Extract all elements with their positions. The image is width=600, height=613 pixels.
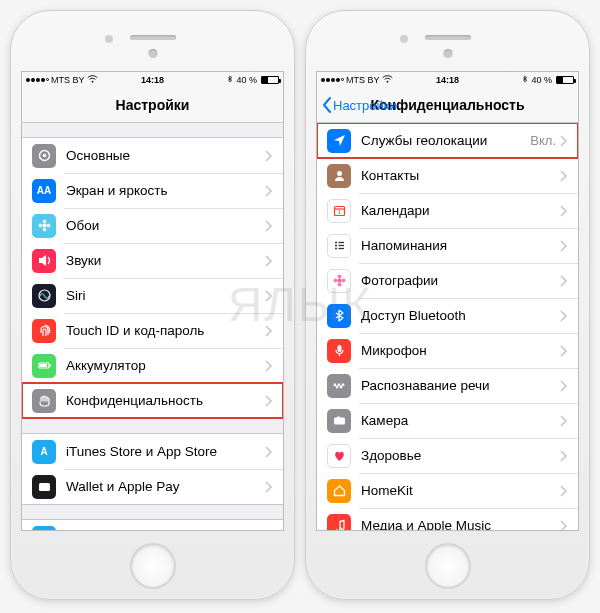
row-media[interactable]: Медиа и Apple Music xyxy=(317,508,578,530)
phone-right: MTS BY 14:18 40 % Настройки Конфиденциал… xyxy=(305,10,590,600)
clock: 14:18 xyxy=(141,75,164,85)
row-siri[interactable]: Siri xyxy=(22,278,283,313)
chevron-right-icon xyxy=(560,415,568,427)
chevron-right-icon xyxy=(265,481,273,493)
row-privacy[interactable]: Конфиденциальность xyxy=(22,383,283,418)
settings-list[interactable]: ОсновныеAAЭкран и яркостьОбоиЗвукиSiriTo… xyxy=(22,123,283,530)
front-camera xyxy=(443,49,452,58)
chevron-right-icon xyxy=(560,275,568,287)
row-health[interactable]: Здоровье xyxy=(317,438,578,473)
row-label: Доступ Bluetooth xyxy=(361,308,560,323)
row-label: Фотографии xyxy=(361,273,560,288)
wave-icon xyxy=(327,374,351,398)
clock: 14:18 xyxy=(436,75,459,85)
battery-pct: 40 % xyxy=(236,75,257,85)
A-icon: A xyxy=(32,440,56,464)
earpiece-speaker xyxy=(130,35,176,40)
row-homekit[interactable]: HomeKit xyxy=(317,473,578,508)
navbar: Настройки xyxy=(22,88,283,123)
AA-icon: AA xyxy=(32,179,56,203)
row-photos[interactable]: Фотографии xyxy=(317,263,578,298)
row-label: Звуки xyxy=(66,253,265,268)
chevron-right-icon xyxy=(560,450,568,462)
cam-icon xyxy=(327,409,351,433)
batt-icon xyxy=(32,354,56,378)
chevron-right-icon xyxy=(265,220,273,232)
screen-settings: MTS BY 14:18 40 % Настройки ОсновныеAAЭк… xyxy=(21,71,284,531)
back-button[interactable]: Настройки xyxy=(321,88,397,122)
wifi-icon xyxy=(382,74,393,87)
row-speech[interactable]: Распознавание речи xyxy=(317,368,578,403)
row-label: Конфиденциальность xyxy=(66,393,265,408)
row-label: Экран и яркость xyxy=(66,183,265,198)
row-label: Распознавание речи xyxy=(361,378,560,393)
row-label: Напоминания xyxy=(361,238,560,253)
row-label: Календари xyxy=(361,203,560,218)
chevron-right-icon xyxy=(560,520,568,531)
flower-icon xyxy=(32,214,56,238)
wifi-icon xyxy=(87,74,98,87)
carrier-label: MTS BY xyxy=(51,75,85,85)
siri-icon xyxy=(32,284,56,308)
chevron-right-icon xyxy=(560,485,568,497)
home-button[interactable] xyxy=(425,543,471,589)
speaker-icon xyxy=(32,249,56,273)
row-label: Обои xyxy=(66,218,265,233)
row-label: Службы геолокации xyxy=(361,133,530,148)
chevron-right-icon xyxy=(560,345,568,357)
chevron-right-icon xyxy=(265,325,273,337)
row-contacts[interactable]: Контакты xyxy=(317,158,578,193)
row-label: Аккумулятор xyxy=(66,358,265,373)
row-bluetooth[interactable]: Доступ Bluetooth xyxy=(317,298,578,333)
gear-icon xyxy=(32,144,56,168)
finger-icon xyxy=(32,319,56,343)
row-label: Touch ID и код-пароль xyxy=(66,323,265,338)
status-bar: MTS BY 14:18 40 % xyxy=(317,72,578,88)
row-battery[interactable]: Аккумулятор xyxy=(22,348,283,383)
row-label: Камера xyxy=(361,413,560,428)
screen-privacy: MTS BY 14:18 40 % Настройки Конфиденциал… xyxy=(316,71,579,531)
row-location[interactable]: Службы геолокацииВкл. xyxy=(317,123,578,158)
battery-icon xyxy=(556,76,574,84)
earpiece-speaker xyxy=(425,35,471,40)
row-label: Siri xyxy=(66,288,265,303)
proximity-sensor xyxy=(105,35,113,43)
battery-icon xyxy=(261,76,279,84)
row-general[interactable]: Основные xyxy=(22,138,283,173)
row-mail[interactable]: Почта xyxy=(22,520,283,530)
chevron-right-icon xyxy=(560,135,568,147)
row-camera[interactable]: Камера xyxy=(317,403,578,438)
proximity-sensor xyxy=(400,35,408,43)
row-display[interactable]: AAЭкран и яркость xyxy=(22,173,283,208)
status-bar: MTS BY 14:18 40 % xyxy=(22,72,283,88)
chevron-right-icon xyxy=(265,360,273,372)
row-wallet[interactable]: Wallet и Apple Pay xyxy=(22,469,283,504)
row-touchid[interactable]: Touch ID и код-пароль xyxy=(22,313,283,348)
carrier-label: MTS BY xyxy=(346,75,380,85)
chevron-right-icon xyxy=(265,290,273,302)
row-itunes[interactable]: AiTunes Store и App Store xyxy=(22,434,283,469)
battery-pct: 40 % xyxy=(531,75,552,85)
row-label: Медиа и Apple Music xyxy=(361,518,560,530)
bluetooth-icon xyxy=(521,74,529,86)
row-calendar[interactable]: Календари xyxy=(317,193,578,228)
row-sounds[interactable]: Звуки xyxy=(22,243,283,278)
row-label: HomeKit xyxy=(361,483,560,498)
row-mic[interactable]: Микрофон xyxy=(317,333,578,368)
row-wallpaper[interactable]: Обои xyxy=(22,208,283,243)
row-label: Здоровье xyxy=(361,448,560,463)
privacy-list[interactable]: Службы геолокацииВкл.КонтактыКалендариНа… xyxy=(317,123,578,530)
chevron-right-icon xyxy=(560,310,568,322)
contact-icon xyxy=(327,164,351,188)
bt-icon xyxy=(327,304,351,328)
row-label: Основные xyxy=(66,148,265,163)
note-icon xyxy=(327,514,351,531)
signal-dots-icon xyxy=(321,78,344,82)
row-reminders[interactable]: Напоминания xyxy=(317,228,578,263)
front-camera xyxy=(148,49,157,58)
chevron-right-icon xyxy=(560,170,568,182)
chevron-right-icon xyxy=(560,240,568,252)
signal-dots-icon xyxy=(26,78,49,82)
chevron-right-icon xyxy=(265,255,273,267)
home-button[interactable] xyxy=(130,543,176,589)
